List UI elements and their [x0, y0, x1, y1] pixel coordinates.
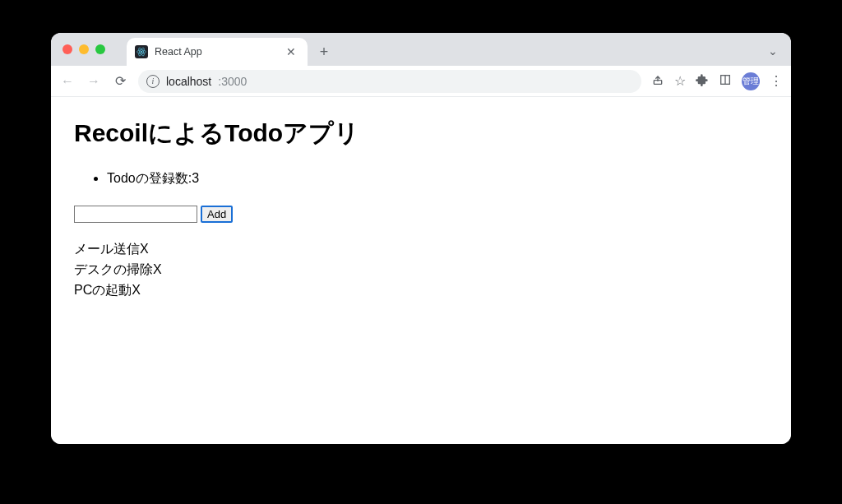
svg-point-1	[137, 50, 146, 53]
page-content: RecoilによるTodoアプリ Todoの登録数:3 Add メール送信X デ…	[51, 97, 791, 444]
todo-text: PCの起動	[74, 280, 132, 301]
url-port: :3000	[218, 75, 247, 88]
count-label: Todoの登録数:	[107, 171, 192, 185]
address-bar[interactable]: i localhost:3000	[138, 70, 641, 93]
todo-input[interactable]	[74, 206, 197, 223]
todo-count-list: Todoの登録数:3	[74, 170, 768, 187]
add-button[interactable]: Add	[201, 206, 233, 223]
profile-badge[interactable]: 管理	[742, 72, 760, 90]
share-icon[interactable]	[651, 73, 664, 90]
extensions-icon[interactable]	[696, 73, 709, 90]
bookmark-star-icon[interactable]: ☆	[674, 73, 686, 89]
tab-close-icon[interactable]: ✕	[283, 45, 299, 58]
site-info-icon[interactable]: i	[146, 75, 160, 88]
todo-count-item: Todoの登録数:3	[107, 170, 768, 187]
todo-list: メール送信X デスクの掃除X PCの起動X	[74, 239, 768, 300]
reading-list-icon[interactable]	[719, 73, 732, 90]
kebab-menu-icon[interactable]: ⋮	[770, 73, 783, 89]
reload-button[interactable]: ⟳	[112, 73, 128, 89]
back-button[interactable]: ←	[59, 74, 76, 89]
add-row: Add	[74, 206, 768, 223]
browser-toolbar: ← → ⟳ i localhost:3000 ☆ 管理 ⋮	[51, 66, 791, 97]
window-maximize-button[interactable]	[95, 44, 105, 54]
delete-button[interactable]: X	[132, 280, 141, 301]
todo-item: デスクの掃除X	[74, 260, 768, 280]
traffic-lights	[62, 44, 105, 54]
todo-item: PCの起動X	[74, 280, 768, 301]
page-title: RecoilによるTodoアプリ	[74, 117, 768, 150]
todo-item: メール送信X	[74, 239, 768, 260]
forward-button[interactable]: →	[86, 74, 102, 89]
delete-button[interactable]: X	[153, 260, 162, 280]
window-minimize-button[interactable]	[79, 44, 89, 54]
tab-title: React App	[155, 46, 276, 58]
todo-text: デスクの掃除	[74, 260, 153, 280]
react-favicon-icon	[135, 45, 148, 58]
url-host: localhost	[166, 75, 211, 88]
window-close-button[interactable]	[62, 44, 72, 54]
titlebar: React App ✕ + ⌄	[51, 33, 791, 66]
window-menu-chevron-icon[interactable]: ⌄	[768, 44, 778, 58]
browser-window: React App ✕ + ⌄ ← → ⟳ i localhost:3000 ☆…	[51, 33, 791, 444]
new-tab-button[interactable]: +	[312, 40, 335, 63]
count-value: 3	[192, 171, 199, 185]
browser-tab[interactable]: React App ✕	[127, 38, 308, 66]
delete-button[interactable]: X	[140, 239, 149, 260]
todo-text: メール送信	[74, 239, 140, 260]
